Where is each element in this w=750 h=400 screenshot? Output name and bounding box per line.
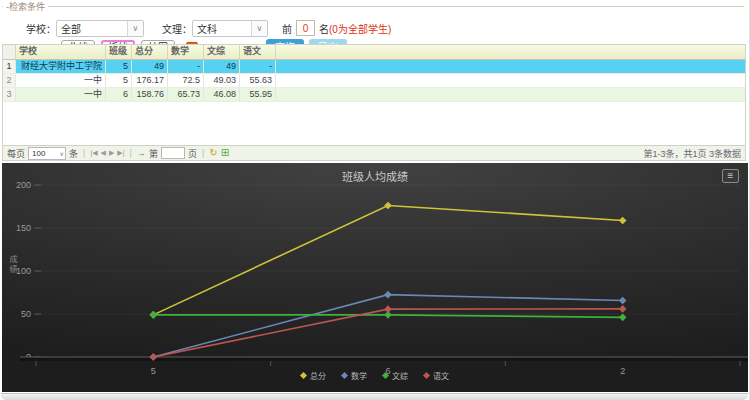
- prev-page-icon[interactable]: ◀: [101, 149, 106, 157]
- score-grid: 学校班级总分数学文综语文 1财经大学附中工学院549-49-2一中5176.17…: [2, 44, 746, 161]
- legend-marker-icon: [341, 372, 348, 379]
- table-cell[interactable]: 一中: [16, 88, 106, 101]
- per-page-suffix: 条: [69, 147, 78, 160]
- panel-legend-label: 检索条件: [9, 2, 45, 12]
- pager-summary: 第1-3条，共1页 3条数据: [643, 147, 741, 160]
- table-cell[interactable]: 49.03: [204, 74, 240, 87]
- column-header[interactable]: 语文: [240, 45, 276, 59]
- table-cell[interactable]: 49: [204, 60, 240, 73]
- legend-item[interactable]: 文综: [383, 370, 408, 381]
- per-page-value: 100: [32, 149, 45, 158]
- last-page-icon[interactable]: ▶|: [117, 149, 124, 157]
- school-select-value: 全部: [61, 21, 81, 36]
- row-number-header: [3, 45, 16, 59]
- legend-item[interactable]: 总分: [301, 370, 326, 381]
- legend-marker-icon: [300, 372, 307, 379]
- table-cell[interactable]: 一中: [16, 74, 106, 87]
- table-cell[interactable]: 5: [106, 60, 132, 73]
- column-header[interactable]: 班级: [106, 45, 132, 59]
- svg-text:150: 150: [16, 223, 31, 233]
- table-cell[interactable]: -: [168, 60, 204, 73]
- class-average-chart: 班级人均成绩 ≡ 成绩 050100150200562 总分数学文综语文: [2, 163, 748, 392]
- column-header[interactable]: 总分: [132, 45, 168, 59]
- column-header[interactable]: 数学: [168, 45, 204, 59]
- report-page: -检索条件 学校： 全部 ∨ 文理： 文科 ∨ 前 名 (0为全部学生) 图表类…: [0, 0, 750, 400]
- search-conditions-panel: -检索条件 学校： 全部 ∨ 文理： 文科 ∨ 前 名 (0为全部学生) 图表类…: [2, 0, 744, 43]
- legend-marker-icon: [423, 372, 430, 379]
- refresh-icon[interactable]: ↻: [209, 148, 217, 158]
- goto-page-suffix: 页: [188, 147, 197, 160]
- school-select[interactable]: 全部 ∨: [56, 20, 144, 37]
- grid-pager: 每页 100 ∨ 条 | |◀ ◀ ▶ ▶| | → 第 页 | ↻ ⊞ 第1-…: [3, 145, 745, 160]
- table-cell[interactable]: 财经大学附中工学院: [16, 60, 106, 73]
- filter-row-1: 学校： 全部 ∨ 文理： 文科 ∨ 前 名 (0为全部学生): [26, 19, 391, 37]
- table-cell[interactable]: 55.95: [240, 88, 276, 101]
- chart-plot: 050100150200562: [2, 163, 748, 392]
- chevron-down-icon: ∨: [251, 21, 267, 36]
- goto-page-input[interactable]: [161, 147, 185, 159]
- pager-separator: |: [83, 148, 85, 158]
- table-cell[interactable]: 49: [132, 60, 168, 73]
- stream-label: 文理：: [162, 21, 192, 36]
- goto-page-label: 第: [149, 147, 158, 160]
- table-row[interactable]: 1财经大学附中工学院549-49-: [3, 60, 745, 74]
- per-page-select[interactable]: 100 ∨: [28, 147, 66, 160]
- legend-item[interactable]: 语文: [424, 370, 449, 381]
- svg-text:50: 50: [21, 309, 31, 319]
- table-cell[interactable]: 5: [106, 74, 132, 87]
- next-page-icon[interactable]: ▶: [109, 149, 114, 157]
- table-row[interactable]: 2一中5176.1772.549.0355.63: [3, 74, 745, 88]
- panel-legend: -检索条件: [3, 0, 48, 13]
- table-cell[interactable]: 46.08: [204, 88, 240, 101]
- goto-arrow-icon: →: [137, 148, 146, 158]
- top-n-hint: (0为全部学生): [329, 21, 391, 36]
- pager-separator: |: [130, 148, 132, 158]
- legend-label: 文综: [392, 370, 408, 381]
- chevron-down-icon: ∨: [60, 150, 64, 157]
- top-n-input[interactable]: [296, 20, 315, 36]
- chevron-down-icon: ∨: [127, 21, 143, 36]
- table-cell[interactable]: 65.73: [168, 88, 204, 101]
- stream-select-value: 文科: [197, 21, 217, 36]
- chart-legend: 总分数学文综语文: [2, 370, 748, 381]
- table-cell[interactable]: 6: [106, 88, 132, 101]
- row-number-cell: 3: [3, 88, 16, 101]
- legend-label: 数学: [351, 370, 367, 381]
- stream-select[interactable]: 文科 ∨: [192, 20, 268, 37]
- window-bottom-edge: [1, 393, 748, 400]
- top-n-suffix: 名: [319, 21, 329, 36]
- svg-text:100: 100: [16, 266, 31, 276]
- svg-text:200: 200: [16, 180, 31, 190]
- school-label: 学校：: [26, 21, 56, 36]
- legend-label: 总分: [310, 370, 326, 381]
- legend-marker-icon: [382, 372, 389, 379]
- table-cell[interactable]: 158.76: [132, 88, 168, 101]
- table-row[interactable]: 3一中6158.7665.7346.0855.95: [3, 88, 745, 102]
- table-cell[interactable]: 72.5: [168, 74, 204, 87]
- table-cell[interactable]: 55.63: [240, 74, 276, 87]
- legend-label: 语文: [433, 370, 449, 381]
- table-cell[interactable]: 176.17: [132, 74, 168, 87]
- row-number-cell: 2: [3, 74, 16, 87]
- legend-item[interactable]: 数学: [342, 370, 367, 381]
- grid-header-row: 学校班级总分数学文综语文: [3, 45, 745, 60]
- first-page-icon[interactable]: |◀: [90, 149, 97, 157]
- fit-columns-icon[interactable]: ⊞: [221, 148, 229, 158]
- row-number-cell: 1: [3, 60, 16, 73]
- pager-separator: |: [202, 148, 204, 158]
- column-header[interactable]: 文综: [204, 45, 240, 59]
- grid-body: 1财经大学附中工学院549-49-2一中5176.1772.549.0355.6…: [3, 60, 745, 102]
- table-cell[interactable]: -: [240, 60, 276, 73]
- top-n-prefix: 前: [282, 21, 292, 36]
- column-header[interactable]: 学校: [16, 45, 106, 59]
- per-page-label: 每页: [7, 147, 25, 160]
